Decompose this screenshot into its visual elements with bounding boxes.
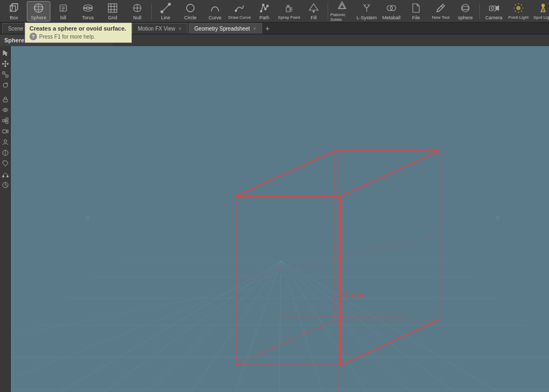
svg-line-40	[365, 6, 367, 8]
svg-line-41	[367, 6, 369, 8]
svg-line-129	[236, 320, 335, 365]
sidebar-move-tool[interactable]	[1, 59, 10, 69]
svg-marker-125	[340, 151, 440, 365]
sidebar-lock[interactable]	[1, 94, 10, 104]
tool-l-system[interactable]: L-System	[355, 1, 379, 21]
sphere2-icon	[459, 2, 471, 14]
tool-metaball[interactable]: Metaball	[380, 1, 403, 21]
svg-line-126	[340, 320, 440, 365]
sidebar-people[interactable]	[1, 137, 10, 147]
tool-line[interactable]: Line	[154, 1, 177, 21]
tab-geometry-spreadsheet[interactable]: Geometry Spreadsheet ×	[189, 23, 262, 34]
tab-geometry-spreadsheet-close[interactable]: ×	[253, 26, 256, 32]
tool-torus[interactable]: Torus	[76, 1, 100, 21]
help-icon: ?	[29, 33, 37, 40]
tool-null[interactable]: Null	[125, 1, 149, 21]
new-tool-icon	[435, 2, 447, 14]
svg-point-15	[86, 7, 90, 9]
tool-new-tool[interactable]: New Tool	[429, 1, 452, 21]
sidebar-tag[interactable]	[1, 159, 10, 168]
svg-marker-71	[4, 61, 6, 62]
svg-rect-33	[286, 7, 290, 12]
camera-icon	[488, 2, 500, 14]
tab-add-button[interactable]: +	[263, 24, 272, 33]
svg-marker-135	[403, 316, 405, 318]
sidebar-timeline[interactable]	[1, 180, 10, 190]
line-icon	[160, 2, 172, 14]
tool-fill[interactable]: Fill	[302, 1, 325, 21]
sidebar-group[interactable]	[1, 116, 10, 125]
sidebar-camera[interactable]	[1, 127, 10, 136]
svg-line-24	[162, 4, 169, 12]
svg-line-45	[369, 4, 370, 6]
tool-sphere2[interactable]: sphere	[454, 1, 477, 21]
sidebar-rotate-tool[interactable]	[1, 80, 10, 90]
separator-2	[328, 3, 328, 19]
box-icon	[8, 2, 20, 14]
svg-text:(0, 0, 0): (0, 0, 0)	[343, 292, 363, 298]
tool-camera[interactable]: Camera	[482, 1, 506, 21]
tool-circle[interactable]: Circle	[179, 1, 202, 21]
svg-point-26	[168, 3, 170, 5]
sidebar-visibility[interactable]	[1, 105, 10, 115]
tool-grid[interactable]: Grid	[101, 1, 124, 21]
bill-icon	[57, 2, 69, 14]
svg-marker-68	[3, 50, 8, 56]
svg-point-54	[517, 6, 520, 10]
svg-rect-79	[3, 99, 8, 102]
svg-line-77	[5, 74, 6, 75]
spot-light-icon	[537, 2, 549, 14]
svg-line-59	[515, 5, 516, 6]
viewport: 9 9 9 9 wait, let me use the image coord…	[11, 46, 549, 392]
tooltip-popup: Creates a sphere or ovoid surface. ? Pre…	[25, 23, 132, 43]
svg-point-94	[6, 176, 8, 177]
tool-curve[interactable]: Curve	[203, 1, 227, 21]
tool-file[interactable]: File	[404, 1, 428, 21]
svg-point-50	[462, 6, 469, 10]
svg-line-62	[521, 11, 522, 12]
tool-point-light[interactable]: Point Light	[507, 1, 530, 21]
tool-box[interactable]: Box	[2, 1, 26, 21]
sphere-icon	[33, 2, 44, 14]
svg-marker-74	[8, 63, 9, 65]
torus-icon	[82, 2, 94, 14]
tool-spot-light[interactable]: Spot Light	[531, 1, 549, 21]
svg-line-127	[236, 151, 335, 196]
svg-marker-35	[309, 4, 318, 10]
svg-rect-86	[3, 130, 6, 133]
svg-line-132	[236, 235, 440, 280]
svg-point-46	[387, 5, 392, 11]
tool-spray-paint[interactable]: Spray Paint	[277, 1, 301, 21]
svg-marker-72	[4, 66, 6, 67]
svg-point-27	[187, 4, 194, 12]
svg-marker-73	[2, 63, 3, 65]
svg-rect-76	[6, 75, 8, 77]
svg-marker-123	[236, 196, 340, 365]
platonic-solids-icon	[336, 1, 348, 11]
svg-rect-20	[108, 4, 117, 12]
tool-sphere[interactable]: Sphere	[27, 1, 50, 21]
fill-icon	[308, 2, 320, 14]
svg-point-49	[462, 4, 469, 12]
svg-rect-82	[6, 118, 8, 120]
svg-point-32	[267, 5, 269, 6]
l-system-icon	[361, 2, 373, 14]
tool-draw-curve[interactable]: Draw Curve	[228, 1, 251, 21]
tab-motion-fx-close[interactable]: ×	[179, 26, 182, 32]
sidebar-morph[interactable]	[1, 169, 10, 179]
grid-icon	[107, 2, 118, 14]
svg-rect-81	[3, 120, 5, 122]
svg-point-30	[263, 4, 264, 5]
svg-rect-34	[287, 5, 289, 7]
sidebar-scale-tool[interactable]	[1, 70, 10, 79]
tool-platonic-solids[interactable]: Platonic Solids	[330, 1, 354, 21]
svg-line-97	[5, 185, 7, 186]
sidebar-info[interactable]	[1, 148, 10, 158]
curve-icon	[209, 2, 221, 14]
tooltip-title: Creates a sphere or ovoid surface.	[29, 25, 127, 32]
svg-marker-37	[338, 2, 346, 9]
tab-motion-fx[interactable]: Motion FX View ×	[132, 23, 188, 34]
tool-bill[interactable]: bill	[51, 1, 75, 21]
sidebar-select-tool[interactable]	[1, 48, 10, 58]
tool-path[interactable]: Path	[253, 1, 276, 21]
